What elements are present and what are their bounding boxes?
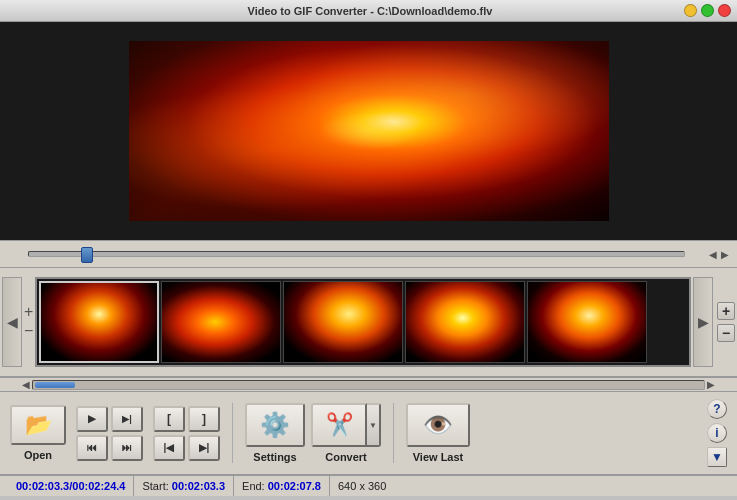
scroll-thumb[interactable] xyxy=(35,382,75,388)
convert-button[interactable]: ✂️ xyxy=(311,403,367,447)
frame-bg-5 xyxy=(528,282,646,362)
filmstrip-zoom-minus[interactable]: − xyxy=(717,324,735,342)
bracket-controls: [ ] |◀ ▶| xyxy=(153,406,220,461)
scrubber-left-arrow[interactable]: ◀ xyxy=(709,249,717,260)
transport-row-2: ⏮ ⏭ xyxy=(76,435,143,461)
prev-mark-button[interactable]: |◀ xyxy=(153,435,185,461)
info-button[interactable]: i xyxy=(707,423,727,443)
filmstrip-frames xyxy=(35,277,691,367)
settings-icon: ⚙️ xyxy=(260,411,290,439)
filmstrip-zoom-plus[interactable]: + xyxy=(717,302,735,320)
status-resolution: 640 x 360 xyxy=(330,476,394,496)
play-frame-button[interactable]: ▶| xyxy=(111,406,143,432)
scrubber-right-arrow[interactable]: ▶ xyxy=(721,249,729,260)
right-panel: ? i ▼ xyxy=(707,399,727,467)
window-title: Video to GIF Converter - C:\Download\dem… xyxy=(56,5,684,17)
bracket-close-button[interactable]: ] xyxy=(188,406,220,432)
settings-button-group: ⚙️ Settings xyxy=(245,403,305,463)
maximize-button[interactable] xyxy=(701,4,714,17)
open-button[interactable]: 📂 xyxy=(10,405,66,445)
status-start-time: 00:02:03.3 xyxy=(172,480,225,492)
video-preview-area xyxy=(0,22,737,240)
status-time-position: 00:02:03.3/00:02:24.4 xyxy=(8,476,134,496)
filmstrip-add-top[interactable]: + xyxy=(24,304,33,320)
filmstrip-area: ◀ + − ▶ + − xyxy=(0,268,737,378)
horizontal-scrollbar[interactable] xyxy=(32,380,705,390)
scrollbar-area: ◀ ▶ xyxy=(0,378,737,392)
video-preview xyxy=(129,41,609,221)
transport-row-1: ▶ ▶| xyxy=(76,406,143,432)
open-button-group: 📂 Open xyxy=(10,405,66,461)
settings-label: Settings xyxy=(253,451,296,463)
bracket-open-button[interactable]: [ xyxy=(153,406,185,432)
bracket-row-2: |◀ ▶| xyxy=(153,435,220,461)
close-button[interactable] xyxy=(718,4,731,17)
status-bar: 00:02:03.3/00:02:24.4 Start: 00:02:03.3 … xyxy=(0,474,737,496)
settings-button[interactable]: ⚙️ xyxy=(245,403,305,447)
convert-label: Convert xyxy=(325,451,367,463)
next-mark-button[interactable]: ▶| xyxy=(188,435,220,461)
frame-thumb-3[interactable] xyxy=(283,281,403,363)
frame-bg-1 xyxy=(41,283,157,361)
status-end: End: 00:02:07.8 xyxy=(234,476,330,496)
convert-btn-row: ✂️ ▼ xyxy=(311,403,381,447)
scrubber-arrows: ◀ ▶ xyxy=(709,249,729,260)
separator-1 xyxy=(232,403,233,463)
separator-2 xyxy=(393,403,394,463)
filmstrip-minus-bottom[interactable]: − xyxy=(24,322,33,340)
status-start: Start: 00:02:03.3 xyxy=(134,476,234,496)
help-button[interactable]: ? xyxy=(707,399,727,419)
scrubber-thumb[interactable] xyxy=(81,247,93,263)
convert-dropdown-button[interactable]: ▼ xyxy=(367,403,381,447)
skip-next-button[interactable]: ⏭ xyxy=(111,435,143,461)
open-label: Open xyxy=(24,449,52,461)
title-bar: Video to GIF Converter - C:\Download\dem… xyxy=(0,0,737,22)
frame-thumb-5[interactable] xyxy=(527,281,647,363)
play-button[interactable]: ▶ xyxy=(76,406,108,432)
scroll-left-btn[interactable]: ◀ xyxy=(22,379,30,390)
view-last-label: View Last xyxy=(413,451,464,463)
filmstrip-right-panel: + − xyxy=(717,302,735,342)
transport-controls: ▶ ▶| ⏮ ⏭ xyxy=(76,406,143,461)
frame-bg-2 xyxy=(162,282,280,362)
minimize-button[interactable] xyxy=(684,4,697,17)
frame-thumb-1[interactable] xyxy=(39,281,159,363)
filmstrip-nav-left[interactable]: ◀ xyxy=(2,277,22,367)
extra-button[interactable]: ▼ xyxy=(707,447,727,467)
view-last-button[interactable]: 👁️ xyxy=(406,403,470,447)
window-controls xyxy=(684,4,731,17)
convert-button-group: ✂️ ▼ Convert xyxy=(311,403,381,463)
skip-prev-button[interactable]: ⏮ xyxy=(76,435,108,461)
bracket-row-1: [ ] xyxy=(153,406,220,432)
scroll-right-btn[interactable]: ▶ xyxy=(707,379,715,390)
video-overlay xyxy=(129,41,609,221)
frame-bg-3 xyxy=(284,282,402,362)
controls-area: 📂 Open ▶ ▶| ⏮ ⏭ [ ] xyxy=(0,392,737,474)
status-end-time: 00:02:07.8 xyxy=(268,480,321,492)
scrubber-bar: ◀ ▶ xyxy=(0,240,737,268)
frame-bg-4 xyxy=(406,282,524,362)
view-last-button-group: 👁️ View Last xyxy=(406,403,470,463)
frame-thumb-4[interactable] xyxy=(405,281,525,363)
filmstrip-nav-right[interactable]: ▶ xyxy=(693,277,713,367)
scrubber-track[interactable] xyxy=(28,251,685,257)
frame-thumb-2[interactable] xyxy=(161,281,281,363)
